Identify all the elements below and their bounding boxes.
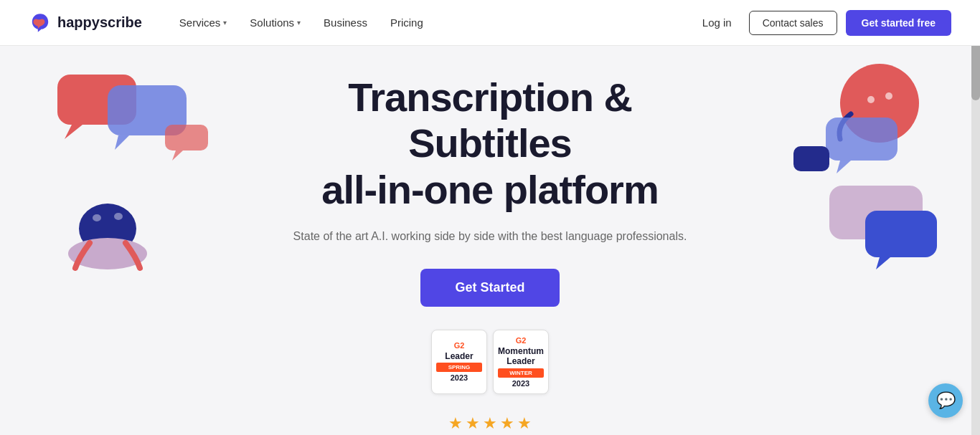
svg-marker-3 <box>115 135 129 150</box>
svg-marker-5 <box>172 150 183 161</box>
services-chevron-icon: ▾ <box>223 19 227 27</box>
contact-sales-button[interactable]: Contact sales <box>749 11 837 35</box>
logo-link[interactable]: happyscribe <box>29 11 142 34</box>
chat-icon: 💬 <box>936 391 956 410</box>
svg-rect-4 <box>165 125 208 150</box>
navbar-actions: Log in Contact sales Get started free <box>694 10 951 36</box>
svg-point-7 <box>93 214 101 221</box>
star-4: ★ <box>500 414 514 433</box>
logo-icon <box>29 11 52 34</box>
hero-title: Transcription & Subtitles all-in-one pla… <box>275 75 705 213</box>
svg-point-11 <box>867 96 875 103</box>
svg-rect-0 <box>57 75 136 125</box>
star-5-half: ★ <box>517 414 532 433</box>
star-1: ★ <box>448 414 463 433</box>
star-2: ★ <box>466 414 480 433</box>
nav-links: Services ▾ Solutions ▾ Business Pricing <box>171 11 694 34</box>
stars-display: ★ ★ ★ ★ ★ <box>448 414 532 433</box>
svg-point-8 <box>114 213 123 220</box>
login-button[interactable]: Log in <box>694 11 740 34</box>
chat-button[interactable]: 💬 <box>928 383 963 418</box>
hero-content: Transcription & Subtitles all-in-one pla… <box>275 75 705 435</box>
navbar: happyscribe Services ▾ Solutions ▾ Busin… <box>0 0 980 46</box>
svg-rect-13 <box>826 118 897 161</box>
nav-pricing[interactable]: Pricing <box>382 11 432 34</box>
svg-rect-2 <box>108 85 187 135</box>
svg-rect-15 <box>793 146 829 171</box>
svg-rect-16 <box>829 186 923 239</box>
brand-name: happyscribe <box>57 14 142 31</box>
stars-rating-section: ★ ★ ★ ★ ★ Rated 4.8/5 based on 850+ revi… <box>275 414 705 435</box>
nav-solutions[interactable]: Solutions ▾ <box>241 11 309 34</box>
svg-marker-14 <box>837 161 851 173</box>
left-illustration <box>36 46 222 290</box>
hero-section: Transcription & Subtitles all-in-one pla… <box>0 46 980 435</box>
solutions-chevron-icon: ▾ <box>297 19 301 27</box>
right-illustration <box>786 46 944 275</box>
svg-marker-17 <box>894 239 908 254</box>
get-started-nav-button[interactable]: Get started free <box>846 10 951 36</box>
badge-momentum-leader: G2 Momentum Leader WINTER 2023 <box>493 330 549 394</box>
svg-point-6 <box>79 204 136 254</box>
svg-marker-1 <box>65 125 83 139</box>
nav-services[interactable]: Services ▾ <box>171 11 236 34</box>
svg-point-12 <box>885 92 892 100</box>
badges-container: G2 Leader SPRING 2023 G2 Momentum Leader… <box>275 330 705 394</box>
star-3: ★ <box>483 414 497 433</box>
svg-point-10 <box>840 64 919 143</box>
badge-leader: G2 Leader SPRING 2023 <box>431 330 487 394</box>
svg-rect-18 <box>865 211 937 257</box>
svg-point-9 <box>68 238 147 269</box>
hero-subtitle: State of the art A.I. working side by si… <box>275 227 705 246</box>
nav-business[interactable]: Business <box>315 11 376 34</box>
get-started-hero-button[interactable]: Get Started <box>420 269 559 307</box>
svg-marker-19 <box>876 257 890 269</box>
scrollbar[interactable] <box>971 0 980 435</box>
